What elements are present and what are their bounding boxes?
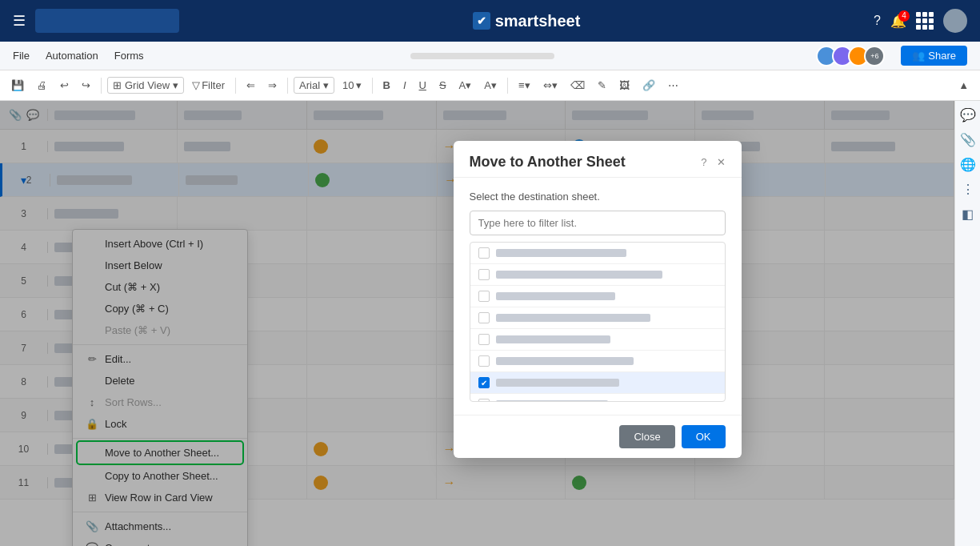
modal-list-item-7[interactable]: ✔ bbox=[470, 372, 725, 394]
redo-button[interactable]: ↪ bbox=[77, 78, 95, 93]
share-label: Share bbox=[928, 50, 956, 62]
font-size-select[interactable]: 10 ▾ bbox=[338, 78, 366, 93]
move-to-sheet-modal: Move to Another Sheet ? ✕ Select the des… bbox=[454, 141, 742, 458]
modal-list-item-8[interactable] bbox=[470, 394, 725, 402]
sidebar-globe-icon[interactable]: 🌐 bbox=[960, 157, 976, 172]
notification-badge: 4 bbox=[898, 10, 910, 22]
modal-body: Select the destination sheet. bbox=[454, 178, 742, 415]
view-label: Grid View bbox=[125, 79, 170, 91]
modal-checkbox-5[interactable] bbox=[478, 334, 490, 345]
nav-center: ✔ smartsheet bbox=[189, 12, 864, 30]
grid-view-icon: ⊞ bbox=[113, 79, 122, 91]
notification-icon[interactable]: 🔔 4 bbox=[890, 14, 906, 29]
menu-automation[interactable]: Automation bbox=[46, 50, 98, 62]
modal-row-bar-6 bbox=[496, 357, 634, 365]
sidebar-attachment-icon[interactable]: 📎 bbox=[960, 132, 976, 147]
share-button[interactable]: 👥 Share bbox=[901, 46, 967, 66]
hamburger-icon[interactable]: ☰ bbox=[13, 12, 26, 30]
modal-subtitle: Select the destination sheet. bbox=[470, 191, 726, 203]
modal-title: Move to Another Sheet bbox=[470, 154, 626, 171]
modal-row-bar-7 bbox=[496, 379, 620, 387]
modal-checkbox-7[interactable]: ✔ bbox=[478, 377, 490, 388]
right-sidebar: 💬 📎 🌐 ⋮ ◧ bbox=[954, 101, 980, 546]
modal-checkbox-3[interactable] bbox=[478, 291, 490, 302]
align-button[interactable]: ≡▾ bbox=[514, 78, 535, 93]
toolbar-separator-2 bbox=[235, 78, 236, 94]
logo-checkmark: ✔ bbox=[473, 12, 490, 30]
toolbar: 💾 🖨 ↩ ↪ ⊞ Grid View ▾ ▽ Filter ⇐ ⇒ Arial… bbox=[0, 70, 980, 101]
modal-ok-button[interactable]: OK bbox=[682, 425, 726, 448]
modal-list-item-6[interactable] bbox=[470, 351, 725, 372]
wrap-button[interactable]: ⇔▾ bbox=[538, 78, 562, 93]
modal-checkbox-1[interactable] bbox=[478, 247, 490, 259]
link-button[interactable]: 🔗 bbox=[638, 78, 660, 93]
loading-bar bbox=[410, 53, 554, 59]
more-button[interactable]: ⋯ bbox=[663, 78, 683, 93]
modal-row-bar-2 bbox=[496, 271, 663, 279]
font-name: Arial bbox=[299, 79, 320, 91]
menu-bar: File Automation Forms +6 👥 Share bbox=[0, 42, 980, 70]
strikethrough-button[interactable]: S bbox=[434, 78, 451, 93]
underline-button[interactable]: U bbox=[414, 78, 431, 93]
bold-button[interactable]: B bbox=[378, 78, 395, 93]
italic-button[interactable]: I bbox=[398, 78, 411, 93]
menu-forms[interactable]: Forms bbox=[114, 50, 144, 62]
nav-search-bar[interactable] bbox=[35, 9, 179, 33]
spreadsheet: 📎 💬 1 → ▾ 2 bbox=[0, 101, 954, 546]
sidebar-hierarchy-icon[interactable]: ⋮ bbox=[962, 182, 974, 197]
format-button[interactable]: ✎ bbox=[593, 78, 611, 93]
apps-grid-icon[interactable] bbox=[916, 12, 934, 30]
sidebar-comment-icon[interactable]: 💬 bbox=[960, 107, 976, 122]
image-button[interactable]: 🖼 bbox=[614, 78, 634, 93]
modal-list-item-3[interactable] bbox=[470, 286, 725, 307]
toolbar-separator-5 bbox=[507, 78, 508, 94]
modal-close-icon[interactable]: ✕ bbox=[717, 156, 726, 168]
modal-list-item-5[interactable] bbox=[470, 329, 725, 351]
modal-header: Move to Another Sheet ? ✕ bbox=[454, 141, 742, 178]
erase-button[interactable]: ⌫ bbox=[566, 78, 590, 93]
modal-footer: Close OK bbox=[454, 415, 742, 458]
fill-color-button[interactable]: A▾ bbox=[454, 78, 477, 93]
top-navigation: ☰ ✔ smartsheet ? 🔔 4 bbox=[0, 0, 980, 42]
modal-header-icons: ? ✕ bbox=[701, 156, 725, 168]
share-icon: 👥 bbox=[912, 50, 925, 62]
indent-right-button[interactable]: ⇒ bbox=[263, 78, 282, 93]
user-avatar-more: +6 bbox=[864, 46, 885, 66]
modal-list-item-4[interactable] bbox=[470, 307, 725, 329]
modal-overlay: Move to Another Sheet ? ✕ Select the des… bbox=[0, 101, 954, 546]
modal-row-bar-1 bbox=[496, 249, 627, 257]
modal-list-item-1[interactable] bbox=[470, 243, 725, 264]
modal-list-item-2[interactable] bbox=[470, 264, 725, 286]
font-select[interactable]: Arial ▾ bbox=[294, 77, 334, 94]
modal-close-button[interactable]: Close bbox=[619, 425, 674, 448]
text-color-button[interactable]: A▾ bbox=[479, 78, 502, 93]
modal-checkbox-4[interactable] bbox=[478, 312, 490, 323]
filter-label: Filter bbox=[202, 79, 225, 91]
modal-row-bar-3 bbox=[496, 292, 615, 300]
collapse-button[interactable]: ▲ bbox=[954, 78, 974, 93]
smartsheet-logo: ✔ smartsheet bbox=[473, 12, 581, 30]
modal-help-icon[interactable]: ? bbox=[701, 156, 706, 168]
save-button[interactable]: 💾 bbox=[6, 78, 29, 93]
filter-button[interactable]: ▽ Filter bbox=[187, 78, 230, 93]
main-content: 📎 💬 1 → ▾ 2 bbox=[0, 101, 980, 546]
modal-row-bar-8 bbox=[496, 400, 608, 402]
modal-checkbox-2[interactable] bbox=[478, 269, 490, 280]
shared-users: +6 bbox=[821, 46, 885, 66]
nav-right: ? 🔔 4 bbox=[874, 9, 967, 33]
app-title: smartsheet bbox=[495, 12, 581, 30]
help-icon[interactable]: ? bbox=[874, 14, 881, 28]
view-select[interactable]: ⊞ Grid View ▾ bbox=[107, 77, 184, 94]
modal-checkbox-6[interactable] bbox=[478, 355, 490, 367]
font-size-value: 10 bbox=[342, 79, 354, 91]
sidebar-panel-icon[interactable]: ◧ bbox=[962, 207, 974, 222]
indent-left-button[interactable]: ⇐ bbox=[242, 78, 260, 93]
print-button[interactable]: 🖨 bbox=[32, 78, 52, 93]
modal-list: ✔ bbox=[470, 242, 726, 402]
undo-button[interactable]: ↩ bbox=[55, 78, 74, 93]
user-avatar[interactable] bbox=[943, 9, 967, 33]
modal-checkbox-8[interactable] bbox=[478, 399, 490, 402]
view-dropdown-icon: ▾ bbox=[173, 79, 178, 91]
menu-file[interactable]: File bbox=[13, 50, 30, 62]
modal-filter-input[interactable] bbox=[470, 211, 726, 235]
